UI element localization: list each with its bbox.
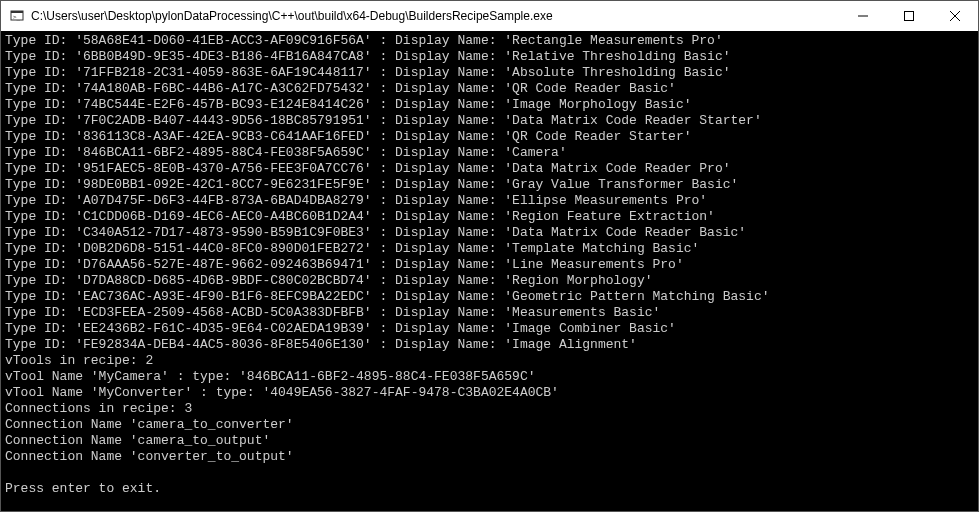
type-entry-line: Type ID: 'D0B2D6D8-5151-44C0-8FC0-890D01… [5, 241, 974, 257]
window-controls [840, 1, 978, 31]
vtool-line: vTool Name 'MyConverter' : type: '4049EA… [5, 385, 974, 401]
minimize-button[interactable] [840, 1, 886, 31]
connection-line: Connection Name 'camera_to_converter' [5, 417, 974, 433]
type-entry-line: Type ID: '74A180AB-F6BC-44B6-A17C-A3C62F… [5, 81, 974, 97]
vtools-count-line: vTools in recipe: 2 [5, 353, 974, 369]
type-entry-line: Type ID: 'A07D475F-D6F3-44FB-873A-6BAD4D… [5, 193, 974, 209]
maximize-button[interactable] [886, 1, 932, 31]
vtool-line: vTool Name 'MyCamera' : type: '846BCA11-… [5, 369, 974, 385]
console-output: Type ID: '58A68E41-D060-41EB-ACC3-AF09C9… [1, 31, 978, 511]
app-icon: >_ [9, 8, 25, 24]
type-entry-line: Type ID: 'C340A512-7D17-4873-9590-B59B1C… [5, 225, 974, 241]
type-entry-line: Type ID: '74BC544E-E2F6-457B-BC93-E124E8… [5, 97, 974, 113]
window-title: C:\Users\user\Desktop\pylonDataProcessin… [31, 9, 840, 23]
type-entry-line: Type ID: 'FE92834A-DEB4-4AC5-8036-8F8E54… [5, 337, 974, 353]
type-entry-line: Type ID: '836113C8-A3AF-42EA-9CB3-C641AA… [5, 129, 974, 145]
type-entry-line: Type ID: '7F0C2ADB-B407-4443-9D56-18BC85… [5, 113, 974, 129]
close-button[interactable] [932, 1, 978, 31]
type-entry-line: Type ID: 'C1CDD06B-D169-4EC6-AEC0-A4BC60… [5, 209, 974, 225]
connections-count-line: Connections in recipe: 3 [5, 401, 974, 417]
blank-line [5, 465, 974, 481]
connection-line: Connection Name 'camera_to_output' [5, 433, 974, 449]
type-entry-line: Type ID: 'ECD3FEEA-2509-4568-ACBD-5C0A38… [5, 305, 974, 321]
type-entry-line: Type ID: 'EE2436B2-F61C-4D35-9E64-C02AED… [5, 321, 974, 337]
type-entry-line: Type ID: '846BCA11-6BF2-4895-88C4-FE038F… [5, 145, 974, 161]
type-entry-line: Type ID: 'EAC736AC-A93E-4F90-B1F6-8EFC9B… [5, 289, 974, 305]
type-entry-line: Type ID: '6BB0B49D-9E35-4DE3-B186-4FB16A… [5, 49, 974, 65]
type-entry-line: Type ID: '98DE0BB1-092E-42C1-8CC7-9E6231… [5, 177, 974, 193]
exit-prompt-line: Press enter to exit. [5, 481, 974, 497]
type-entry-line: Type ID: '951FAEC5-8E0B-4370-A756-FEE3F0… [5, 161, 974, 177]
svg-text:>_: >_ [13, 13, 21, 21]
type-entry-line: Type ID: '58A68E41-D060-41EB-ACC3-AF09C9… [5, 33, 974, 49]
titlebar[interactable]: >_ C:\Users\user\Desktop\pylonDataProces… [1, 1, 978, 31]
connection-line: Connection Name 'converter_to_output' [5, 449, 974, 465]
type-entry-line: Type ID: 'D7DA88CD-D685-4D6B-9BDF-C80C02… [5, 273, 974, 289]
svg-rect-4 [905, 12, 914, 21]
type-entry-line: Type ID: 'D76AAA56-527E-487E-9662-092463… [5, 257, 974, 273]
type-entry-line: Type ID: '71FFB218-2C31-4059-863E-6AF19C… [5, 65, 974, 81]
